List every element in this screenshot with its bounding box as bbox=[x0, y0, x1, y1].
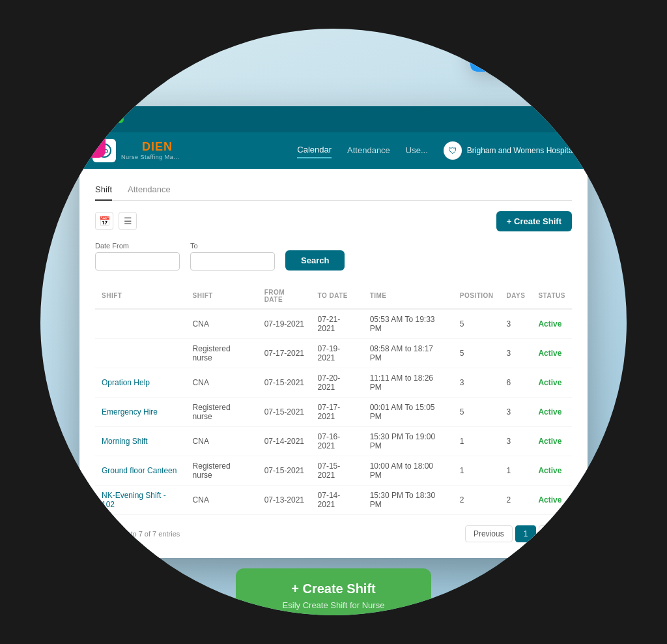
cell-status: Active bbox=[532, 368, 572, 397]
pagination-controls: Previous 1 Next bbox=[465, 525, 572, 542]
previous-button[interactable]: Previous bbox=[465, 525, 513, 542]
cell-status: Active bbox=[532, 426, 572, 456]
cell-position: 5 bbox=[453, 338, 500, 368]
cell-shift-type: Registered nurse bbox=[186, 338, 258, 368]
data-table: SHIFT SHIFT FROM DATE TO DATE TIME POSIT… bbox=[95, 284, 572, 515]
cell-time: 15:30 PM To 19:00 PM bbox=[363, 426, 453, 456]
cell-days: 2 bbox=[500, 485, 532, 514]
list-icon: ☰ bbox=[124, 216, 132, 226]
cell-to-date: 07-20-2021 bbox=[311, 368, 363, 397]
date-to-group: To bbox=[190, 242, 275, 271]
logo-subtitle: Nurse Staffing Ma... bbox=[121, 154, 179, 160]
cell-shift-name bbox=[95, 309, 186, 339]
table-row: Registered nurse 07-17-2021 07-19-2021 0… bbox=[95, 338, 572, 368]
col-to-date: TO DATE bbox=[311, 284, 363, 309]
pagination-row: Showing 1 to 7 of 7 entries Previous 1 N… bbox=[95, 525, 572, 542]
table-row: Opration Help CNA 07-15-2021 07-20-2021 … bbox=[95, 368, 572, 397]
calendar-view-button[interactable]: 📅 bbox=[95, 212, 113, 230]
cell-from-date: 07-15-2021 bbox=[258, 397, 311, 426]
cell-to-date: 07-16-2021 bbox=[311, 426, 363, 456]
cell-shift-type: Registered nurse bbox=[186, 456, 258, 485]
col-shift-name: SHIFT bbox=[95, 284, 186, 309]
nav-links: Calendar Attendance Use... bbox=[297, 142, 428, 158]
cell-to-date: 07-21-2021 bbox=[311, 309, 363, 339]
tab-attendance[interactable]: Attendance bbox=[128, 179, 171, 201]
tab-shift[interactable]: Shift bbox=[95, 179, 112, 201]
cell-time: 05:53 AM To 19:33 PM bbox=[363, 309, 453, 339]
tooltip-hours: 8hrs bbox=[491, 29, 506, 38]
search-button[interactable]: Search bbox=[285, 250, 345, 271]
left-card-time: 10am-12:00pm bbox=[40, 104, 92, 119]
nav-bar: PD PerDIEN Nurse Staffing Ma... Calendar… bbox=[79, 132, 588, 169]
tooltip-header: 12:00pm-10:00pm Afternoon Shift ⏱ 8hrs ☕… bbox=[470, 29, 627, 44]
page-1-button[interactable]: 1 bbox=[515, 525, 537, 542]
bottom-cta[interactable]: + Create Shift Esily Create Shift for Nu… bbox=[236, 568, 431, 616]
tooltip-meta: ⏱ 8hrs ☕ 30m bbox=[481, 29, 616, 38]
col-position: POSITION bbox=[453, 284, 500, 309]
table-row: NK-Evening Shift - 102 CNA 07-13-2021 07… bbox=[95, 485, 572, 514]
cell-from-date: 07-15-2021 bbox=[258, 456, 311, 485]
pagination-info: Showing 1 to 7 of 7 entries bbox=[95, 530, 180, 538]
cell-status: Active bbox=[532, 485, 572, 514]
bottom-cta-subtitle: Esily Create Shift for Nurse bbox=[262, 600, 405, 610]
nav-link-attendance[interactable]: Attendance bbox=[347, 143, 390, 158]
cell-shift-name[interactable]: Morning Shift bbox=[95, 426, 186, 456]
cell-days: 3 bbox=[500, 426, 532, 456]
hospital-info: 🛡 Brigham and Womens Hospital bbox=[444, 141, 575, 160]
content-tabs: Shift Attendance bbox=[95, 179, 572, 201]
logo-text-group: PerDIEN Nurse Staffing Ma... bbox=[121, 140, 179, 160]
list-view-button[interactable]: ☰ bbox=[119, 212, 137, 230]
cell-shift-name[interactable]: Ground floor Canteen bbox=[95, 456, 186, 485]
bottom-cta-title: + Create Shift bbox=[262, 581, 405, 596]
col-shift-type: SHIFT bbox=[186, 284, 258, 309]
nav-link-use[interactable]: Use... bbox=[406, 143, 428, 158]
cell-days: 3 bbox=[500, 338, 532, 368]
date-to-label: To bbox=[190, 242, 275, 250]
table-row: Emergency Hire Registered nurse 07-15-20… bbox=[95, 397, 572, 426]
tooltip-popup: 12:00pm-10:00pm Afternoon Shift ⏱ 8hrs ☕… bbox=[470, 29, 627, 72]
cell-shift-type: CNA bbox=[186, 485, 258, 514]
cell-from-date: 07-14-2021 bbox=[258, 426, 311, 456]
date-from-input[interactable] bbox=[95, 252, 180, 271]
table-header-row: SHIFT SHIFT FROM DATE TO DATE TIME POSIT… bbox=[95, 284, 572, 309]
cell-days: 6 bbox=[500, 368, 532, 397]
next-button[interactable]: Next bbox=[539, 525, 572, 542]
coffee-icon: ☕ bbox=[517, 29, 526, 38]
cell-shift-name[interactable]: NK-Evening Shift - 102 bbox=[95, 485, 186, 514]
cell-shift-type: CNA bbox=[186, 426, 258, 456]
maximize-dot[interactable] bbox=[116, 115, 124, 123]
hospital-name: Brigham and Womens Hospital bbox=[467, 146, 575, 155]
cell-time: 00:01 AM To 15:05 PM bbox=[363, 397, 453, 426]
cell-position: 1 bbox=[453, 456, 500, 485]
cell-shift-name[interactable]: Opration Help bbox=[95, 368, 186, 397]
cell-time: 11:11 AM to 18:26 PM bbox=[363, 368, 453, 397]
cell-position: 2 bbox=[453, 485, 500, 514]
clock-icon: ⏱ bbox=[481, 29, 489, 38]
cell-time: 10:00 AM to 18:00 PM bbox=[363, 456, 453, 485]
cell-to-date: 07-14-2021 bbox=[311, 485, 363, 514]
table-row: CNA 07-19-2021 07-21-2021 05:53 AM To 19… bbox=[95, 309, 572, 339]
hospital-icon: 🛡 bbox=[444, 141, 462, 160]
table-body: CNA 07-19-2021 07-21-2021 05:53 AM To 19… bbox=[95, 309, 572, 515]
logo: PD PerDIEN Nurse Staffing Ma... bbox=[92, 139, 179, 162]
create-shift-button[interactable]: + Create Shift bbox=[496, 211, 572, 231]
left-floating-card: 10am-12:00pm Morning Day ⏱ 8hrs ☕ 1:30hr… bbox=[40, 94, 106, 158]
tooltip-break: 30m bbox=[529, 29, 544, 38]
circle-background: 10am-12:00pm Morning Day ⏱ 8hrs ☕ 1:30hr… bbox=[40, 29, 627, 615]
table-row: Ground floor Canteen Registered nurse 07… bbox=[95, 456, 572, 485]
date-from-group: Date From bbox=[95, 242, 180, 271]
cell-from-date: 07-19-2021 bbox=[258, 309, 311, 339]
cell-days: 1 bbox=[500, 456, 532, 485]
cell-to-date: 07-15-2021 bbox=[311, 456, 363, 485]
title-bar bbox=[79, 106, 588, 132]
cell-days: 3 bbox=[500, 397, 532, 426]
toolbar-icons: 📅 ☰ bbox=[95, 212, 489, 230]
date-to-input[interactable] bbox=[190, 252, 275, 271]
calendar-icon: 📅 bbox=[99, 216, 110, 226]
cell-status: Active bbox=[532, 456, 572, 485]
left-card-shift-label: Morning Day bbox=[40, 122, 92, 132]
col-time: TIME bbox=[363, 284, 453, 309]
toolbar: 📅 ☰ + Create Shift bbox=[95, 211, 572, 231]
nav-link-calendar[interactable]: Calendar bbox=[297, 142, 332, 158]
cell-shift-name[interactable]: Emergency Hire bbox=[95, 397, 186, 426]
